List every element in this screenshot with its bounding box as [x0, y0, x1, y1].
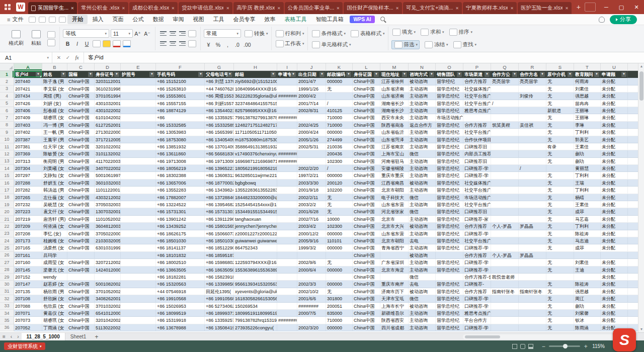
format-painter-button[interactable]: 格式刷	[6, 30, 26, 47]
zoom-level[interactable]: 115%	[592, 343, 605, 349]
cell-P7[interactable]	[463, 114, 491, 121]
cell-O8[interactable]: 留学总经纪	[436, 122, 463, 129]
cell-J12[interactable]	[297, 150, 326, 157]
menu-tab-效率[interactable]: 效率	[260, 15, 280, 24]
cell-J7[interactable]	[297, 114, 326, 121]
header-cell-D[interactable]: 身份证号▼	[95, 71, 121, 78]
cell-D27[interactable]: 320721200209060081	[95, 259, 121, 266]
cell-I32[interactable]	[277, 295, 297, 302]
cell-P25[interactable]: 口碑推荐-学	[463, 244, 491, 251]
minimize-button[interactable]: ─	[599, 0, 614, 14]
cell-T16[interactable]: 王瑞	[574, 180, 601, 187]
cell-E35[interactable]	[121, 317, 156, 324]
cell-U30[interactable]: 未分配	[601, 281, 628, 288]
cell-N29[interactable]: 微信	[409, 274, 436, 281]
cell-F27[interactable]: +86 18002510	[156, 259, 205, 266]
cell-H21[interactable]: tanghaoxuan	[234, 216, 277, 223]
row-header[interactable]: 9	[0, 129, 14, 136]
cell-O32[interactable]: 留学总经纪	[436, 295, 463, 302]
cell-L9[interactable]: China中国	[353, 129, 380, 136]
cell-K13[interactable]: 102300	[326, 158, 353, 165]
cell-B25[interactable]: 汤景然 (女	[42, 244, 67, 251]
row-header[interactable]: 26	[0, 252, 14, 259]
cell-J4[interactable]: 2000/4/2	[297, 93, 326, 100]
cell-F36[interactable]: +86 13678988	[156, 324, 205, 331]
cell-O31[interactable]: 留学总经纪	[436, 288, 463, 295]
cell-O24[interactable]: 留学总经纪	[436, 237, 463, 244]
cell-L24[interactable]: China中国	[353, 237, 380, 244]
number-format-select[interactable]: 常规▾	[204, 29, 241, 38]
cell-Q14[interactable]	[491, 165, 519, 172]
column-header-A[interactable]: A	[14, 63, 42, 70]
cell-U15[interactable]: 未分配	[601, 172, 628, 179]
cell-N9[interactable]: 主动咨询	[409, 129, 436, 136]
cell-D2[interactable]: 320311200104077915	[95, 78, 121, 85]
cell-D35[interactable]: 320104200212213421	[95, 317, 121, 324]
cell-L18[interactable]: China中国	[353, 194, 380, 201]
share-button[interactable]: 分享	[610, 15, 637, 24]
cell-O5[interactable]: 留学总经纪	[436, 100, 463, 107]
next-sheet-icon[interactable]: ›	[15, 334, 21, 339]
cell-U2[interactable]: 未分配	[601, 78, 628, 85]
cell-L4[interactable]: China中国	[353, 93, 380, 100]
cell-N22[interactable]: 被动咨询	[409, 223, 436, 230]
cell-Q31[interactable]: 指南针张冬	[491, 288, 519, 295]
cell-G31[interactable]: 田延伦1395(	[205, 288, 234, 295]
cell-B26[interactable]: 吕玛学	[42, 252, 67, 259]
cell-I33[interactable]	[277, 303, 297, 310]
cell-T12[interactable]: 蒯玏	[574, 150, 601, 157]
cell-L30[interactable]: China中国	[353, 281, 380, 288]
cell-C36[interactable]: China中国	[67, 324, 95, 331]
cell-A25[interactable]: 207165	[14, 244, 42, 251]
cell-J9[interactable]: 2000/4/24	[297, 129, 326, 136]
row-header[interactable]: 29	[0, 274, 14, 281]
cell-P9[interactable]: 社交平台推广	[463, 129, 491, 136]
cell-R17[interactable]	[519, 187, 546, 194]
cell-G14[interactable]: +86 1396522100	[205, 165, 234, 172]
cell-C35[interactable]: China中国	[67, 317, 95, 324]
cell-G28[interactable]: +86 1863505000(	[205, 267, 234, 274]
find-button[interactable]: 查找▾	[452, 41, 477, 49]
row-header[interactable]: 10	[0, 136, 14, 143]
cell-A21[interactable]: 207219	[14, 216, 42, 223]
menu-tab-插入[interactable]: 插入	[88, 15, 108, 24]
cell-R25[interactable]	[519, 244, 546, 251]
cell-E31[interactable]	[121, 288, 156, 295]
column-header-R[interactable]: R	[519, 63, 546, 70]
cell-I23[interactable]	[277, 230, 297, 237]
cell-Q34[interactable]	[491, 310, 519, 317]
row-header[interactable]: 14	[0, 165, 14, 172]
cell-M25[interactable]: 青海省西宁	[380, 244, 409, 251]
cell-Q22[interactable]: 个人-罗晶	[491, 223, 519, 230]
cell-Q6[interactable]	[491, 107, 519, 114]
cell-F6[interactable]: +86 18874129	[156, 107, 205, 114]
cell-H7[interactable]: 799138782799138782	[234, 114, 277, 121]
font-size-select[interactable]: 11▾	[111, 29, 133, 38]
filter-dropdown-icon[interactable]: ▼	[540, 72, 545, 77]
cell-E7[interactable]	[121, 114, 156, 121]
cell-E8[interactable]	[121, 122, 156, 129]
menu-tab-会员专享[interactable]: 会员专享	[228, 15, 260, 24]
cell-G36[interactable]: +86 1350841990	[205, 324, 234, 331]
cell-E5[interactable]	[121, 100, 156, 107]
cell-P19[interactable]: 社交平台推广	[463, 201, 491, 208]
cell-M14[interactable]: 安徽省铜陵	[380, 165, 409, 172]
cell-N18[interactable]: 微信	[409, 194, 436, 201]
cell-A32[interactable]: 207108	[14, 295, 42, 302]
cell-S35[interactable]: 无	[546, 317, 574, 324]
increase-font-icon[interactable]: A⁺	[133, 30, 142, 38]
cell-C33[interactable]: China中国	[67, 303, 95, 310]
cell-B10[interactable]: 王晨宇 (男	[42, 136, 67, 143]
cell-N5[interactable]: 主动咨询	[409, 100, 436, 107]
cell-E21[interactable]	[121, 216, 156, 223]
cell-I24[interactable]	[277, 237, 297, 244]
cell-R15[interactable]	[519, 172, 546, 179]
cell-D14[interactable]: 340702200202202520	[95, 165, 121, 172]
cell-B32[interactable]: 舒欣娴 (女	[42, 295, 67, 302]
cell-P33[interactable]: 口碑推荐-学	[463, 303, 491, 310]
filter-dropdown-icon[interactable]: ▼	[402, 72, 407, 77]
header-cell-U[interactable]: 申请顾▼	[601, 71, 628, 78]
cell-O6[interactable]: 留学总经纪	[436, 107, 463, 114]
cell-H16[interactable]: bgbgbowq	[234, 180, 277, 187]
cell-U7[interactable]: 未分配	[601, 114, 628, 121]
